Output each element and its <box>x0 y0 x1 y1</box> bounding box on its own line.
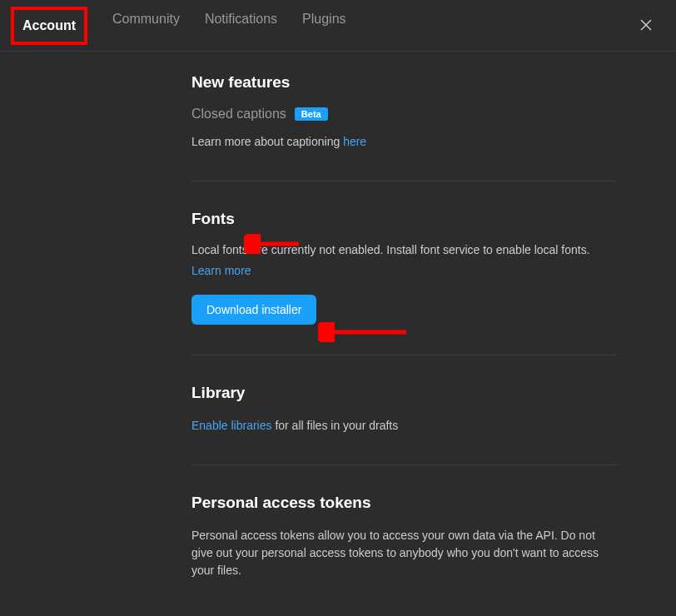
close-icon <box>639 18 653 32</box>
closed-captions-label: Closed captions <box>191 107 286 122</box>
fonts-learn-more-row: Learn more <box>191 262 616 280</box>
tab-account[interactable]: Account <box>22 13 76 38</box>
new-features-title: New features <box>191 73 616 92</box>
new-features-section: New features Closed captions Beta Learn … <box>191 73 616 181</box>
captioning-link[interactable]: here <box>343 135 366 148</box>
captioning-text: Learn more about captioning here <box>191 133 616 151</box>
tokens-section: Personal access tokens Personal access t… <box>191 494 616 609</box>
annotation-highlight-account: Account <box>11 7 87 45</box>
fonts-learn-more-link[interactable]: Learn more <box>191 264 251 277</box>
tab-plugins[interactable]: Plugins <box>302 7 345 45</box>
library-title: Library <box>191 384 616 402</box>
tab-notifications[interactable]: Notifications <box>205 7 277 45</box>
enable-libraries-link[interactable]: Enable libraries <box>191 419 272 432</box>
close-button[interactable] <box>639 18 654 33</box>
settings-header: Account Community Notifications Plugins <box>0 0 676 52</box>
library-suffix: for all files in your drafts <box>272 419 399 432</box>
tabs-container: Account Community Notifications Plugins <box>22 7 346 45</box>
tab-community[interactable]: Community <box>112 7 180 45</box>
beta-badge: Beta <box>295 107 328 121</box>
tokens-title: Personal access tokens <box>191 494 616 512</box>
library-text: Enable libraries for all files in your d… <box>191 417 616 435</box>
library-section: Library Enable libraries for all files i… <box>191 384 616 465</box>
fonts-title: Fonts <box>191 210 616 228</box>
annotation-arrow-download <box>318 322 410 342</box>
closed-captions-row: Closed captions Beta <box>191 107 616 122</box>
annotation-arrow-fonts <box>244 234 302 254</box>
download-installer-button[interactable]: Download installer <box>191 295 316 325</box>
tokens-description: Personal access tokens allow you to acce… <box>191 527 616 579</box>
captioning-prefix: Learn more about captioning <box>191 135 343 148</box>
